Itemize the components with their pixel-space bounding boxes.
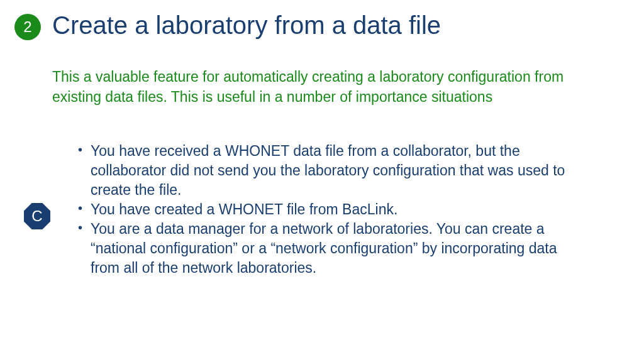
- bullet-list: You have received a WHONET data file fro…: [75, 141, 572, 278]
- list-item: You are a data manager for a network of …: [75, 219, 572, 278]
- list-item: You have received a WHONET data file fro…: [75, 141, 572, 200]
- section-letter-badge: C: [24, 203, 50, 229]
- page-title: Create a laboratory from a data file: [52, 11, 441, 40]
- section-letter: C: [31, 207, 42, 225]
- intro-text: This a valuable feature for automaticall…: [52, 67, 568, 107]
- step-number: 2: [23, 18, 31, 36]
- list-item: You have created a WHONET file from BacL…: [75, 200, 572, 219]
- step-number-badge: 2: [14, 14, 41, 40]
